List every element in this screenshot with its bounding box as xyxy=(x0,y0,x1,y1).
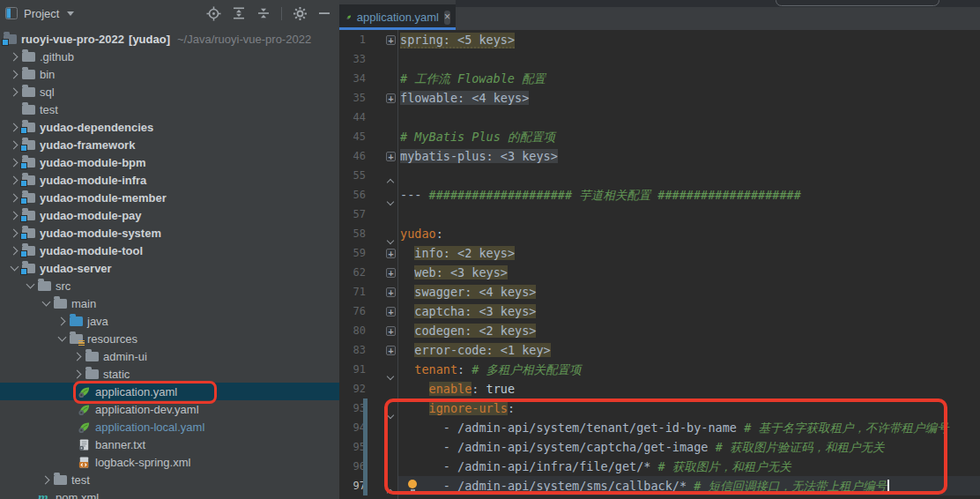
code-line-46[interactable]: mybatis-plus: <3 keys> xyxy=(398,146,980,166)
code-line-83[interactable]: error-code: <1 key> xyxy=(398,340,980,360)
tree-item-yudao-framework[interactable]: yudao-framework xyxy=(0,136,339,153)
chevron-down-icon[interactable] xyxy=(67,11,74,16)
tree-item-java[interactable]: java xyxy=(0,312,339,330)
code-line-59[interactable]: info: <2 keys> xyxy=(398,243,980,263)
chevron-right-icon[interactable] xyxy=(9,158,18,167)
tree-item-admin-ui[interactable]: admin-ui xyxy=(0,347,339,365)
tree-item-application-yaml[interactable]: application.yaml xyxy=(0,383,339,400)
code-line-58[interactable]: yudao: xyxy=(398,224,980,243)
code-line-97[interactable]: - /admin-api/system/sms/callback/* # 短信回… xyxy=(398,476,980,495)
code-line-91[interactable]: tenant: # 多租户相关配置项 xyxy=(398,360,980,379)
chevron-right-icon[interactable] xyxy=(56,317,65,325)
code-line-45[interactable]: # MyBatis Plus 的配置项 xyxy=(398,127,980,146)
code-line-94[interactable]: - /admin-api/system/tenant/get-id-by-nam… xyxy=(398,418,980,437)
chevron-right-icon[interactable] xyxy=(9,123,18,131)
folded-region[interactable]: mybatis-plus: <3 keys> xyxy=(400,149,558,163)
code-line-92[interactable]: enable: true xyxy=(398,379,980,398)
close-icon[interactable]: × xyxy=(444,11,450,25)
code-line-96[interactable]: - /admin-api/infra/file/get/* # 获取图片，和租户… xyxy=(398,457,980,476)
code-area[interactable]: spring: <5 keys># 工作流 Flowable 配置flowabl… xyxy=(397,30,980,499)
tree-item-github[interactable]: .github xyxy=(0,48,339,65)
tree-item-bin[interactable]: bin xyxy=(0,65,339,83)
tree-item-application-dev-yaml[interactable]: application-dev.yaml xyxy=(0,400,339,418)
folded-region[interactable]: web: <3 keys> xyxy=(414,265,508,279)
fold-expand-icon[interactable]: + xyxy=(386,287,396,297)
chevron-right-icon[interactable] xyxy=(9,140,18,149)
folded-region[interactable]: flowable: <4 keys> xyxy=(400,91,529,105)
code-line-57[interactable] xyxy=(398,205,980,224)
fold-expand-icon[interactable]: + xyxy=(386,93,396,103)
code-line-93[interactable]: ignore-urls: xyxy=(398,398,980,418)
tree-item-main[interactable]: main xyxy=(0,294,339,312)
hide-panel-icon[interactable] xyxy=(318,7,330,19)
chevron-right-icon[interactable] xyxy=(72,369,81,378)
code-line-34[interactable]: # 工作流 Flowable 配置 xyxy=(398,69,980,88)
fold-expand-icon[interactable]: + xyxy=(386,152,396,161)
code-line-80[interactable]: codegen: <2 keys> xyxy=(398,321,980,340)
tree-item-yudao-module-bpm[interactable]: yudao-module-bpm xyxy=(0,153,339,171)
code-editor[interactable]: 1+333435+444546+5556575859+62+71+76+80+8… xyxy=(339,30,980,499)
tree-item-ruoyi-vue-pro-2022[interactable]: ruoyi-vue-pro-2022[yudao]~/Java/ruoyi-vu… xyxy=(0,30,339,48)
chevron-right-icon[interactable] xyxy=(9,193,18,202)
code-line-35[interactable]: flowable: <4 keys> xyxy=(398,88,980,108)
tree-item-banner-txt[interactable]: banner.txt xyxy=(0,436,339,453)
tree-item-logback-spring-xml[interactable]: logback-spring.xml xyxy=(0,453,339,471)
tree-item-static[interactable]: static xyxy=(0,365,339,383)
code-line-62[interactable]: web: <3 keys> xyxy=(398,263,980,282)
folded-region[interactable]: info: <2 keys> xyxy=(414,246,515,260)
chevron-right-icon[interactable] xyxy=(9,52,18,61)
intention-lightbulb-icon[interactable] xyxy=(408,480,417,488)
tree-item-test[interactable]: test xyxy=(0,471,339,488)
tree-item-yudao-module-member[interactable]: yudao-module-member xyxy=(0,189,339,206)
code-line-44[interactable] xyxy=(398,108,980,127)
tree-item-yudao-module-pay[interactable]: yudao-module-pay xyxy=(0,206,339,224)
code-line-56[interactable]: --- #################### 芋道相关配置 ########… xyxy=(398,185,980,205)
project-panel-title[interactable]: Project xyxy=(24,7,59,20)
chevron-right-icon[interactable] xyxy=(41,475,49,484)
code-line-1[interactable]: spring: <5 keys> xyxy=(398,30,980,49)
fold-expand-icon[interactable]: + xyxy=(386,35,396,45)
tree-item-resources[interactable]: resources xyxy=(0,330,339,347)
expand-all-icon[interactable] xyxy=(232,6,246,20)
tab-application-yaml[interactable]: application.yaml × xyxy=(339,4,456,30)
fold-expand-icon[interactable]: + xyxy=(386,326,396,336)
tree-item-yudao-server[interactable]: yudao-server xyxy=(0,259,339,277)
chevron-down-icon[interactable] xyxy=(57,333,66,342)
chevron-right-icon[interactable] xyxy=(9,228,18,237)
code-line-33[interactable] xyxy=(398,49,980,69)
chevron-right-icon[interactable] xyxy=(9,87,18,96)
chevron-right-icon[interactable] xyxy=(9,175,18,184)
tree-item-yudao-module-tool[interactable]: yudao-module-tool xyxy=(0,242,339,259)
tree-item-sql[interactable]: sql xyxy=(0,83,339,101)
code-line-55[interactable] xyxy=(398,166,980,185)
tree-item-src[interactable]: src xyxy=(0,277,339,294)
tree-item-yudao-module-infra[interactable]: yudao-module-infra xyxy=(0,171,339,189)
fold-expand-icon[interactable]: + xyxy=(386,307,396,317)
tree-item-pom-xml[interactable]: mpom.xml xyxy=(0,488,339,499)
settings-gear-icon[interactable] xyxy=(293,6,308,21)
fold-expand-icon[interactable]: + xyxy=(386,346,396,355)
chevron-down-icon[interactable] xyxy=(41,298,50,307)
folded-region[interactable]: error-code: <1 key> xyxy=(414,343,550,357)
fold-end-icon[interactable] xyxy=(388,483,393,499)
chevron-right-icon[interactable] xyxy=(9,70,18,78)
tree-item-application-local-yaml[interactable]: application-local.yaml xyxy=(0,418,339,436)
chevron-right-icon[interactable] xyxy=(9,246,18,255)
fold-expand-icon[interactable]: + xyxy=(386,268,396,278)
tree-item-test[interactable]: test xyxy=(0,101,339,118)
fold-expand-icon[interactable]: + xyxy=(386,249,396,258)
folded-region[interactable]: captcha: <3 keys> xyxy=(414,304,536,318)
chevron-right-icon[interactable] xyxy=(9,211,18,220)
chevron-down-icon[interactable] xyxy=(26,280,34,289)
tree-item-yudao-module-system[interactable]: yudao-module-system xyxy=(0,224,339,242)
folded-region[interactable]: codegen: <2 keys> xyxy=(414,324,536,338)
code-line-95[interactable]: - /admin-api/system/captcha/get-image # … xyxy=(398,437,980,457)
collapse-all-icon[interactable] xyxy=(256,6,271,20)
chevron-down-icon[interactable] xyxy=(10,263,19,272)
locate-icon[interactable] xyxy=(206,6,221,21)
code-line-76[interactable]: captcha: <3 keys> xyxy=(398,302,980,321)
folded-region[interactable]: swagger: <4 keys> xyxy=(414,285,536,299)
folded-region[interactable]: spring: <5 keys> xyxy=(400,33,515,48)
code-line-71[interactable]: swagger: <4 keys> xyxy=(398,282,980,302)
chevron-right-icon[interactable] xyxy=(72,352,81,361)
